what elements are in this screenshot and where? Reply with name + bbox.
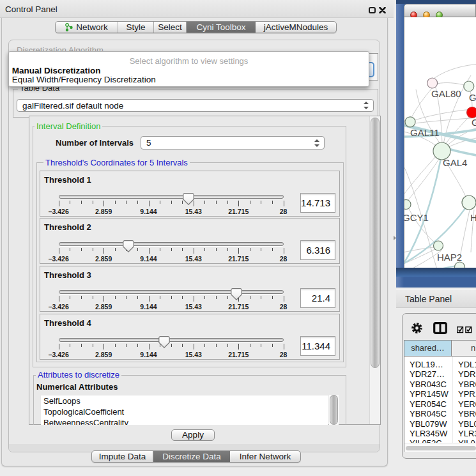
svg-text:HAP2: HAP2 — [437, 252, 462, 263]
svg-text:G: G — [472, 117, 476, 128]
svg-text:GAL11: GAL11 — [410, 127, 440, 138]
svg-text:GAL4: GAL4 — [443, 157, 467, 168]
svg-text:GA: GA — [469, 92, 476, 103]
svg-text:H: H — [470, 212, 476, 223]
svg-text:GAL80: GAL80 — [431, 88, 461, 99]
svg-text:GCY1: GCY1 — [404, 212, 429, 223]
